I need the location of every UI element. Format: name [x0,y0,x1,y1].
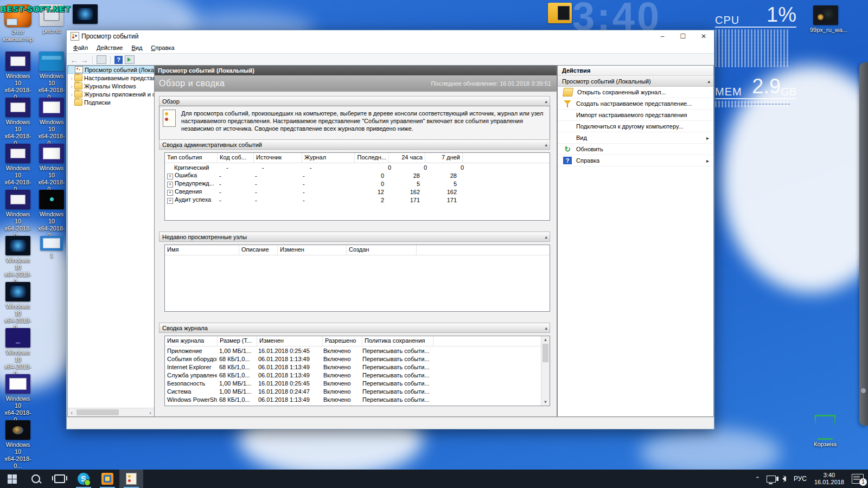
log-table-scrollbar[interactable]: ▲▼ [541,336,550,406]
log-row[interactable]: Служба управления кл...68 КБ/1,0...06.01… [165,371,550,379]
menu-справка[interactable]: Справка [146,43,178,52]
admin-summary-section-header[interactable]: Сводка административных событий ▴ [159,139,550,150]
log-summary-table[interactable]: Имя журналаРазмер (Т...ИзмененРазрешеноП… [164,336,550,406]
log-row[interactable]: События оборудования68 КБ/1,0...06.01.20… [165,355,550,363]
log-row[interactable]: Система1,00 МБ/1...16.01.2018 0:24:47Вкл… [165,387,550,395]
recent-nodes-table[interactable]: ИмяОписаниеИзмененСоздан [164,245,550,312]
actions-group-header[interactable]: Просмотр событий (Локальный) ▴ [558,76,713,87]
desktop-icon[interactable]: Windows 10 x64-2018-0... [2,236,34,285]
network-icon[interactable] [767,476,776,483]
action-item[interactable]: Открыть сохраненный журнал... [558,87,713,98]
column-header[interactable]: Размер (Т... [218,336,257,346]
expand-plus-icon[interactable]: + [167,190,173,196]
language-indicator[interactable]: РУС [792,475,809,483]
action-item[interactable]: Создать настраиваемое представление... [558,98,713,110]
log-row[interactable]: Windows PowerShell68 КБ/1,0...06.01.2018… [165,395,550,403]
tree-item[interactable]: Подписки [68,98,154,106]
taskbar-vmware[interactable] [95,470,119,488]
show-action-pane-icon[interactable] [125,55,135,64]
column-header[interactable]: Источник [254,153,302,163]
tree-item[interactable]: ›Журналы Windows [68,82,154,90]
desktop-icon[interactable]: Windows 10 x64-2018-0... [36,144,67,193]
expand-plus-icon[interactable]: + [167,174,173,179]
event-type-row[interactable]: +Предупрежд...---055 [165,179,550,188]
event-type-row[interactable]: +Аудит успеха---2171171 [165,196,550,204]
log-summary-section-header[interactable]: Сводка журнала ▴ [159,323,550,333]
tree-item[interactable]: Просмотр событий (Локальнь [68,66,154,74]
scroll-thumb[interactable] [542,344,548,362]
task-view-button[interactable] [48,470,72,488]
column-header[interactable]: Создан [347,245,417,255]
column-header[interactable]: Код соб... [218,153,254,163]
desktop-icon[interactable]: 1 [36,236,67,259]
scroll-up-icon[interactable]: ▲ [541,337,550,342]
column-header[interactable]: Тип события [165,153,218,163]
action-item[interactable]: Импорт настраиваемого представления [558,110,713,121]
menu-действие[interactable]: Действие [92,43,127,52]
expand-plus-icon[interactable]: + [167,182,173,188]
desktop-icon[interactable]: Windows 10 x64-2018-0... [36,98,67,147]
collapse-icon[interactable]: ▴ [545,142,547,147]
column-header[interactable]: Описание [239,245,278,255]
column-header[interactable]: Журнал [302,153,355,163]
log-row[interactable]: Приложение1,00 МБ/1...16.01.2018 0:25:45… [165,346,550,355]
column-header[interactable]: Последн... [355,153,389,163]
collapse-icon[interactable]: ▴ [545,325,547,331]
desktop-icon[interactable]: Windows 10 x64-2018-0... [2,328,34,377]
hidden-icons-chevron[interactable]: ⌃ [753,476,762,483]
maximize-button[interactable]: ☐ [673,30,693,42]
column-header[interactable]: Разрешено [323,336,362,346]
collapse-icon[interactable]: ▴ [545,234,547,240]
column-header[interactable]: 24 часа [389,153,425,163]
expand-chevron-icon[interactable]: › [69,83,74,89]
action-item[interactable]: ?Справка▸ [558,155,713,166]
recycle-bin[interactable]: Корзина [806,415,844,448]
scroll-left-icon[interactable]: ‹ [68,409,75,416]
desktop-icon[interactable]: Windows 10 x64-2018-0... [2,190,34,239]
title-bar[interactable]: Просмотр событий – ☐ ✕ [67,30,714,42]
admin-summary-table[interactable]: Тип событияКод соб...ИсточникЖурналПосле… [164,152,550,221]
overview-section-header[interactable]: Обзор ▴ [159,96,550,106]
forward-icon[interactable]: → [80,56,88,64]
table-header[interactable]: Имя журналаРазмер (Т...ИзмененРазрешеноП… [165,336,550,346]
column-header[interactable]: Изменен [257,336,323,346]
menu-файл[interactable]: Файл [69,43,92,52]
console-window-icon[interactable] [97,55,106,64]
expand-plus-icon[interactable]: + [167,198,173,204]
taskbar-event-viewer[interactable] [119,470,143,488]
column-header[interactable]: Изменен [278,245,347,255]
event-type-row[interactable]: +Сведения---12162162 [165,188,550,196]
action-item[interactable]: Подключиться к другому компьютеру... [558,121,713,132]
log-row[interactable]: Безопасность1,00 МБ/1...16.01.2018 0:25:… [165,379,550,387]
desktop-icon[interactable]: Windows 10 x64-2018-0... [36,190,67,239]
tree-horizontal-scrollbar[interactable]: ‹› [68,408,154,416]
action-item[interactable]: ↻Обновить [558,144,713,155]
menu-вид[interactable]: Вид [127,43,146,52]
back-icon[interactable]: ← [70,56,78,64]
collapse-icon[interactable]: ▴ [545,99,547,104]
desktop-icon[interactable]: Windows 10 x64-2018-0... [2,420,34,470]
action-center-icon[interactable]: 1 [852,474,864,484]
scroll-right-icon[interactable]: › [146,409,154,416]
desktop-icon[interactable]: Windows 10 x64-2018-0... [2,52,34,101]
desktop-icon[interactable] [544,3,576,23]
desktop-icon[interactable] [69,4,101,24]
collapse-icon[interactable]: ▴ [707,79,710,84]
close-button[interactable]: ✕ [693,30,714,42]
expand-chevron-icon[interactable]: › [69,91,74,98]
taskbar-skype[interactable]: S [72,470,95,488]
table-header[interactable]: Тип событияКод соб...ИсточникЖурналПосле… [165,153,550,163]
desktop-icon[interactable]: 99px_ru_wa... [810,5,841,34]
desktop-icon[interactable]: Windows 10 x64-2018-0... [2,98,34,147]
taskbar-clock[interactable]: 3:40 16.01.2018 [812,472,846,486]
help-toolbar-icon[interactable]: ? [114,56,123,64]
event-type-row[interactable]: +Ошибка---02828 [165,171,550,179]
column-header[interactable]: Имя журнала [165,336,218,346]
search-button[interactable] [24,470,48,488]
scroll-down-icon[interactable]: ▼ [541,400,550,404]
speaker-icon[interactable] [782,476,786,481]
start-button[interactable] [0,470,24,488]
event-type-row[interactable]: Критический---000 [165,163,550,171]
tree-item[interactable]: ›Настраиваемые представле [68,74,154,82]
column-header[interactable]: Политика сохранения [362,336,433,346]
